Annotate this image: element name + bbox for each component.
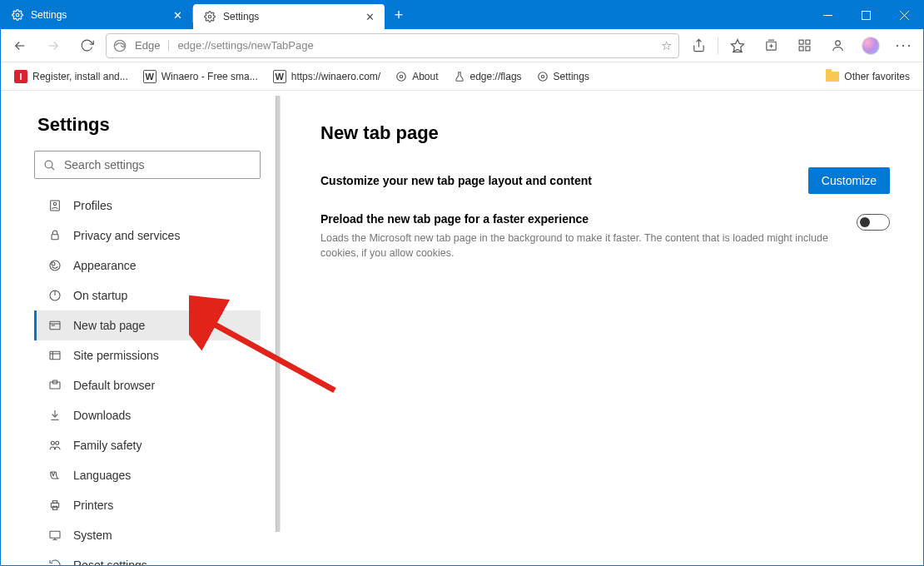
bookmarks-bar: lRegister, install and... WWinaero - Fre…: [1, 62, 923, 91]
sidebar-item-label: Site permissions: [73, 349, 159, 362]
preload-toggle[interactable]: [857, 214, 890, 231]
customize-button[interactable]: Customize: [808, 167, 890, 194]
svg-point-42: [51, 441, 54, 444]
tab-close-icon[interactable]: ✕: [171, 9, 184, 22]
other-favorites-button[interactable]: Other favorites: [821, 67, 915, 86]
search-placeholder: Search settings: [64, 158, 145, 171]
tab-close-icon[interactable]: ✕: [363, 11, 376, 23]
browser-toolbar: Edge edge://settings/newTabPage ☆ ···: [1, 29, 923, 62]
sidebar-item-reset-settings[interactable]: Reset settings: [34, 550, 261, 566]
bookmark-label: Winaero - Free sma...: [161, 71, 258, 82]
svg-point-21: [541, 75, 544, 78]
svg-point-18: [835, 41, 840, 46]
address-bar[interactable]: Edge edge://settings/newTabPage ☆: [106, 33, 679, 58]
svg-rect-35: [50, 351, 60, 359]
bookmark-winaero-url[interactable]: Whttps://winaero.com/: [268, 67, 385, 87]
bookmark-label: Settings: [554, 71, 589, 82]
minimize-button[interactable]: [808, 1, 847, 29]
svg-rect-27: [52, 235, 58, 240]
flask-icon: [454, 71, 465, 82]
sidebar-item-site-permissions[interactable]: Site permissions: [34, 340, 261, 370]
gear-icon: [395, 71, 407, 82]
sidebar-item-icon: [48, 439, 63, 452]
svg-rect-47: [50, 531, 60, 538]
gear-icon: [11, 8, 24, 22]
svg-rect-15: [805, 40, 809, 44]
preload-description: Loads the Microsoft new tab page in the …: [320, 231, 832, 261]
sidebar-item-icon: [48, 379, 63, 392]
extensions-button[interactable]: [790, 32, 818, 60]
avatar-button[interactable]: [857, 32, 885, 60]
settings-page: Settings Search settings ProfilesPrivacy…: [1, 91, 923, 565]
sidebar-item-label: System: [73, 529, 112, 542]
new-tab-button[interactable]: +: [385, 1, 413, 29]
svg-point-28: [50, 261, 60, 271]
sidebar-item-label: Appearance: [73, 259, 137, 272]
sidebar-item-icon: [48, 259, 63, 272]
maximize-button[interactable]: [847, 1, 885, 29]
svg-point-29: [52, 262, 55, 266]
bookmark-about[interactable]: About: [390, 67, 443, 86]
svg-point-23: [45, 161, 52, 168]
settings-sidebar: Settings Search settings ProfilesPrivacy…: [1, 91, 276, 565]
sidebar-item-label: Reset settings: [73, 559, 147, 566]
sidebar-item-label: Privacy and services: [73, 229, 180, 242]
bookmark-favicon: l: [14, 70, 27, 83]
avatar-icon: [862, 37, 880, 55]
sidebar-item-icon: [48, 349, 63, 362]
sidebar-item-appearance[interactable]: Appearance: [34, 251, 261, 281]
sidebar-item-system[interactable]: System: [34, 520, 261, 550]
bookmark-edge-flags[interactable]: edge://flags: [449, 67, 527, 86]
toolbar-separator: [718, 37, 718, 54]
customize-row: Customize your new tab page layout and c…: [320, 167, 890, 194]
sidebar-item-on-startup[interactable]: On startup: [34, 281, 261, 310]
browser-tab-1[interactable]: Settings ✕: [193, 4, 385, 29]
window-controls: [808, 1, 923, 29]
sidebar-item-family-safety[interactable]: Family safety: [34, 430, 261, 460]
profile-button[interactable]: [823, 32, 852, 60]
refresh-button[interactable]: [72, 32, 101, 60]
settings-search-input[interactable]: Search settings: [34, 151, 261, 179]
tab-label: Settings: [31, 9, 164, 21]
sidebar-item-new-tab-page[interactable]: New tab page: [34, 310, 261, 340]
preload-text-block: Preload the new tab page for a faster ex…: [320, 212, 832, 261]
favorites-button[interactable]: [723, 32, 752, 60]
bookmark-register-install[interactable]: lRegister, install and...: [9, 67, 133, 87]
svg-point-20: [397, 72, 406, 81]
menu-button[interactable]: ···: [890, 32, 918, 60]
sidebar-item-icon: [48, 469, 63, 482]
sidebar-nav: ProfilesPrivacy and servicesAppearanceOn…: [34, 191, 276, 566]
sidebar-item-privacy-and-services[interactable]: Privacy and services: [34, 221, 261, 251]
svg-point-26: [53, 202, 56, 205]
sidebar-item-default-browser[interactable]: Default browser: [34, 370, 261, 400]
collections-button[interactable]: [757, 32, 785, 60]
bookmark-label: About: [412, 71, 438, 82]
sidebar-item-icon: [48, 229, 63, 242]
bookmark-label: Register, install and...: [32, 71, 128, 82]
settings-main: New tab page Customize your new tab page…: [281, 91, 923, 565]
sidebar-item-printers[interactable]: Printers: [34, 490, 261, 520]
bookmark-favicon: W: [143, 70, 156, 83]
sidebar-item-profiles[interactable]: Profiles: [34, 191, 261, 221]
sidebar-item-icon: [48, 319, 63, 332]
favorite-star-icon[interactable]: ☆: [661, 38, 672, 53]
customize-label: Customize your new tab page layout and c…: [320, 174, 592, 187]
svg-rect-17: [799, 47, 803, 51]
edge-logo-icon: [113, 39, 127, 52]
browser-tab-0[interactable]: Settings ✕: [1, 1, 192, 29]
share-button[interactable]: [684, 32, 713, 60]
sidebar-item-downloads[interactable]: Downloads: [34, 400, 261, 430]
forward-button[interactable]: [39, 32, 67, 60]
sidebar-title: Settings: [34, 114, 276, 136]
bookmark-label: edge://flags: [470, 71, 522, 82]
sidebar-item-label: Languages: [73, 469, 131, 482]
close-window-button[interactable]: [885, 1, 923, 29]
back-button[interactable]: [6, 32, 34, 60]
svg-rect-38: [50, 382, 60, 389]
sidebar-item-languages[interactable]: Languages: [34, 460, 261, 490]
bookmark-winaero[interactable]: WWinaero - Free sma...: [138, 67, 263, 87]
search-icon: [43, 159, 56, 171]
address-url: edge://settings/newTabPage: [177, 39, 313, 52]
address-app-label: Edge: [135, 39, 160, 52]
bookmark-settings[interactable]: Settings: [532, 67, 594, 86]
